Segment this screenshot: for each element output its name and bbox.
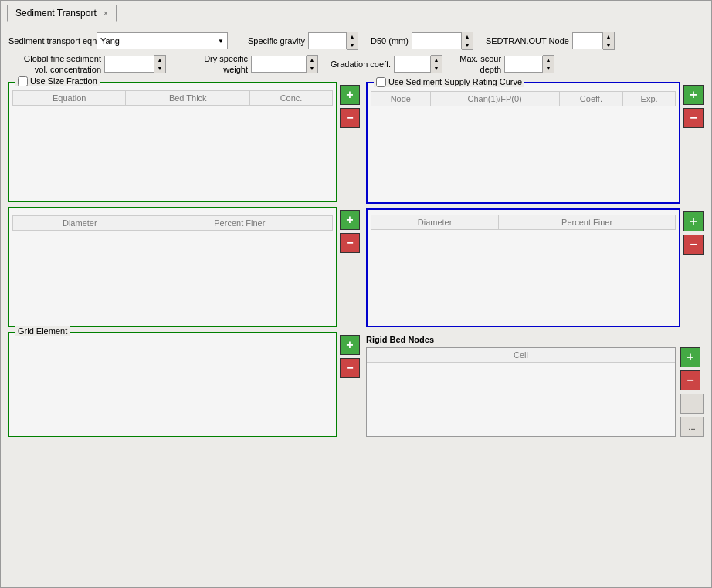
diameter-section-1: Diameter Percent Finer [8, 207, 337, 327]
gradation-up-btn[interactable]: ▲ [431, 56, 442, 64]
max-scour-up-btn[interactable]: ▲ [543, 56, 554, 64]
diameter-table-2: Diameter Percent Finer [371, 215, 676, 230]
gradation-down-btn[interactable]: ▼ [431, 64, 442, 73]
rigid-bed-btn-col: + − ... [680, 347, 704, 437]
diameter-col-header-2: Diameter [371, 215, 499, 229]
diameter-2-remove-button[interactable]: − [683, 235, 704, 255]
rigid-bed-section: Rigid Bed Nodes Cell [366, 335, 704, 437]
specific-gravity-input[interactable]: 2.65 [308, 32, 347, 49]
rigid-bed-blank-button[interactable] [680, 394, 704, 414]
cell-col-header: Cell [367, 348, 675, 363]
specific-gravity-down-btn[interactable]: ▼ [347, 41, 358, 49]
sedtran-node-spinner: 0 ▲ ▼ [572, 32, 615, 50]
equation-section-with-btns: Use Size Fraction Equation Bed Thick Con… [8, 82, 360, 202]
equation-col-header: Equation [13, 90, 126, 105]
max-scour-spinner-btns: ▲ ▼ [543, 55, 554, 73]
max-scour-input[interactable]: 3.00 [504, 56, 543, 73]
d50-down-btn[interactable]: ▼ [462, 41, 473, 49]
diameter-1-btn-col: + − [340, 210, 360, 253]
node-col-header: Node [371, 91, 431, 106]
supply-add-button[interactable]: + [683, 85, 704, 105]
dry-specific-down-btn[interactable]: ▼ [307, 64, 317, 73]
grid-section-with-btns: Grid Element + [8, 332, 360, 437]
sedtran-node-down-btn[interactable]: ▼ [603, 41, 614, 49]
equation-table-container: Equation Bed Thick Conc. [12, 90, 333, 198]
diameter-section-2-with-btns: Diameter Percent Finer + [366, 208, 704, 327]
rigid-bed-dots-button[interactable]: ... [680, 417, 704, 437]
bed-thick-col-header: Bed Thick [126, 90, 250, 105]
rigid-bed-label: Rigid Bed Nodes [366, 335, 704, 344]
use-size-fraction-checkbox[interactable] [18, 76, 28, 86]
diameter-col-header-1: Diameter [13, 215, 147, 230]
max-scour-label: Max. scour depth [455, 53, 501, 76]
gradation-label: Gradation coeff. [331, 59, 391, 69]
global-fine-down-btn[interactable]: ▼ [154, 64, 165, 73]
coeff-col-header: Coeff. [559, 91, 623, 106]
global-fine-input[interactable]: 0.0778 [104, 56, 154, 73]
specific-gravity-label: Specific gravity [248, 36, 305, 46]
main-content: Sediment transport eqn. Yang ▼ Specific … [1, 25, 711, 587]
chevron-down-icon: ▼ [218, 38, 224, 45]
conc-col-header: Conc. [250, 90, 333, 105]
grid-element-section: Grid Element [8, 332, 337, 437]
sediment-transport-tab[interactable]: Sediment Transport × [7, 5, 117, 22]
use-supply-label: Use Sediment Supply Rating Curve [374, 77, 524, 87]
supply-section-with-btns: Use Sediment Supply Rating Curve Node Ch… [366, 82, 704, 204]
diameter-2-add-button[interactable]: + [683, 211, 704, 231]
supply-btn-col: + − [683, 85, 704, 128]
equation-add-button[interactable]: + [340, 85, 360, 105]
dry-specific-up-btn[interactable]: ▲ [307, 56, 317, 64]
rigid-bed-add-button[interactable]: + [680, 347, 700, 367]
diameter-table-1-container: Diameter Percent Finer [12, 215, 333, 323]
tab-close-icon[interactable]: × [103, 9, 108, 18]
global-fine-group: Global fine sediment vol. concentration … [8, 53, 166, 76]
sedtran-node-input[interactable]: 0 [572, 32, 603, 49]
percent-finer-col-header-1: Percent Finer [147, 215, 332, 230]
sediment-eqn-dropdown[interactable]: Yang ▼ [97, 32, 228, 49]
sedtran-node-spinner-btns: ▲ ▼ [603, 32, 615, 50]
gradation-spinner-btns: ▲ ▼ [431, 55, 442, 73]
diameter-1-add-button[interactable]: + [340, 210, 360, 230]
main-layout: Use Size Fraction Equation Bed Thick Con… [8, 82, 704, 437]
gradation-input[interactable]: 3.71 [394, 56, 431, 73]
specific-gravity-up-btn[interactable]: ▲ [347, 32, 358, 41]
d50-input[interactable]: 0.1200 [412, 32, 462, 49]
supply-remove-button[interactable]: − [683, 108, 704, 128]
d50-up-btn[interactable]: ▲ [462, 32, 473, 41]
dry-specific-spinner: 14700.00 ▲ ▼ [251, 55, 318, 73]
grid-table-container [12, 340, 333, 433]
tab-label: Sediment Transport [15, 8, 97, 19]
title-bar: Sediment Transport × [1, 1, 711, 25]
diameter-table-2-container: Diameter Percent Finer [371, 215, 676, 323]
gradation-group: Gradation coeff. 3.71 ▲ ▼ [331, 55, 442, 73]
d50-spinner-btns: ▲ ▼ [462, 32, 473, 50]
grid-add-button[interactable]: + [340, 335, 360, 355]
supply-section-wrapper: Use Sediment Supply Rating Curve Node Ch… [366, 82, 704, 204]
chan-fp-col-header: Chan(1)/FP(0) [430, 91, 559, 106]
global-fine-spinner-btns: ▲ ▼ [154, 55, 166, 73]
diameter-section-2-wrapper: Diameter Percent Finer + [366, 208, 704, 327]
diameter-1-remove-button[interactable]: − [340, 233, 360, 253]
specific-gravity-spinner-btns: ▲ ▼ [347, 32, 358, 50]
rigid-bed-inner: Cell + − ... [366, 347, 704, 437]
sediment-eqn-label: Sediment transport eqn. [8, 36, 93, 46]
global-fine-up-btn[interactable]: ▲ [154, 56, 165, 64]
equation-remove-button[interactable]: − [340, 108, 360, 128]
gradation-spinner: 3.71 ▲ ▼ [394, 55, 442, 73]
grid-remove-button[interactable]: − [340, 358, 360, 378]
max-scour-down-btn[interactable]: ▼ [543, 64, 554, 73]
max-scour-group: Max. scour depth 3.00 ▲ ▼ [455, 53, 554, 76]
main-window: Sediment Transport × Sediment transport … [0, 0, 712, 588]
diameter-2-btn-col: + − [683, 211, 704, 255]
dry-specific-input[interactable]: 14700.00 [251, 56, 307, 73]
diameter-section-1-with-btns: Diameter Percent Finer + [8, 207, 360, 327]
grid-element-label: Grid Element [15, 326, 70, 336]
sedtran-node-up-btn[interactable]: ▲ [603, 32, 614, 41]
use-supply-checkbox[interactable] [376, 77, 386, 87]
rigid-bed-remove-button[interactable]: − [680, 370, 700, 390]
equation-section-wrapper: Use Size Fraction Equation Bed Thick Con… [8, 82, 360, 202]
supply-table-container: Node Chan(1)/FP(0) Coeff. Exp. [371, 91, 676, 199]
sedtran-node-group: SEDTRAN.OUT Node 0 ▲ ▼ [486, 32, 615, 50]
params-row-1: Sediment transport eqn. Yang ▼ Specific … [8, 32, 704, 50]
supply-table: Node Chan(1)/FP(0) Coeff. Exp. [371, 91, 676, 106]
